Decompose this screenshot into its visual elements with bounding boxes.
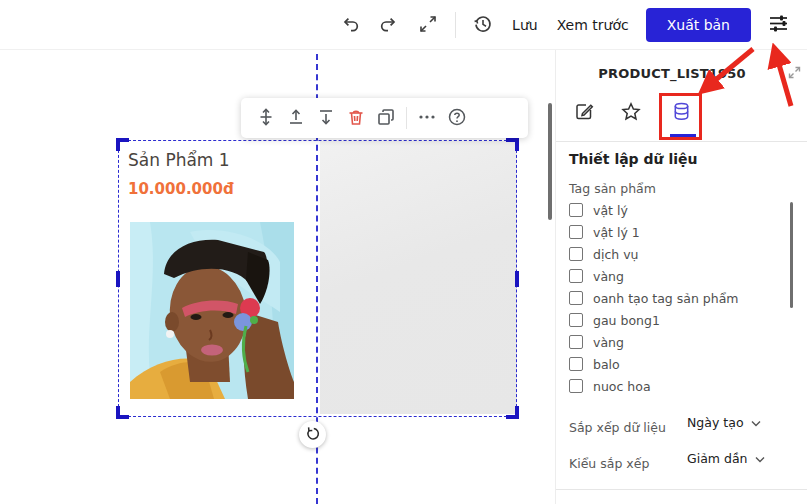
- tag-checkbox-item[interactable]: gau bong1: [569, 309, 784, 331]
- tag-label: nuoc hoa: [593, 379, 651, 394]
- chevron-down-icon: [751, 415, 761, 430]
- chevron-down-icon: [755, 451, 765, 466]
- more-options-button[interactable]: [412, 103, 442, 133]
- help-button[interactable]: [442, 103, 472, 133]
- star-icon: [620, 101, 642, 126]
- trash-icon: [346, 107, 366, 130]
- tag-list: vật lý vật lý 1 dịch vụ vàng oanh tạo ta…: [569, 199, 784, 397]
- history-button[interactable]: [471, 13, 495, 37]
- resize-handle-bottom-right[interactable]: [506, 406, 519, 419]
- element-toolbar: [241, 98, 528, 138]
- active-tab-indicator: [670, 134, 696, 137]
- settings-sidebar: PRODUCT_LIST1950: [555, 50, 807, 504]
- topbar-actions: Lưu Xem trước Xuất bản: [338, 0, 790, 50]
- checkbox[interactable]: [569, 357, 583, 371]
- preview-button[interactable]: Xem trước: [555, 13, 631, 37]
- history-icon: [473, 14, 493, 37]
- tag-checkbox-item[interactable]: vàng: [569, 331, 784, 353]
- resize-handle-mid-right[interactable]: [515, 271, 519, 287]
- tag-checkbox-item[interactable]: dịch vụ: [569, 243, 784, 265]
- checkbox[interactable]: [569, 269, 583, 283]
- tag-label: vật lý: [593, 203, 628, 218]
- distribute-vertical-button[interactable]: [251, 103, 281, 133]
- checkbox[interactable]: [569, 335, 583, 349]
- checkbox[interactable]: [569, 225, 583, 239]
- fullscreen-icon: [418, 14, 438, 37]
- tag-checkbox-item[interactable]: vật lý: [569, 199, 784, 221]
- rotate-handle[interactable]: [299, 421, 326, 448]
- sort-type-row: Kiểu sắp xếp Giảm dần: [569, 453, 795, 473]
- sort-data-value: Ngày tạo: [687, 415, 744, 430]
- topbar: Lưu Xem trước Xuất bản: [0, 0, 807, 50]
- section-heading: Thiết lập dữ liệu: [569, 151, 697, 167]
- save-button[interactable]: Lưu: [510, 13, 540, 37]
- toolbar-divider: [406, 107, 407, 129]
- help-icon: [447, 107, 467, 130]
- undo-button[interactable]: [338, 13, 362, 37]
- tag-label: vàng: [593, 335, 624, 350]
- delete-button[interactable]: [341, 103, 371, 133]
- edit-icon: [574, 101, 595, 125]
- resize-handle-top-right[interactable]: [506, 138, 519, 151]
- tune-icon: [768, 13, 789, 37]
- tag-label: gau bong1: [593, 313, 660, 328]
- rotate-icon: [305, 426, 320, 444]
- publish-button[interactable]: Xuất bản: [646, 8, 751, 42]
- tag-checkbox-item[interactable]: nuoc hoa: [569, 375, 784, 397]
- tag-checkbox-item[interactable]: oanh tạo tag sản phẩm: [569, 287, 784, 309]
- collapse-icon: [788, 66, 801, 82]
- tag-label: vật lý 1: [593, 225, 640, 240]
- sort-type-value: Giảm dần: [687, 451, 748, 466]
- duplicate-button[interactable]: [371, 103, 401, 133]
- topbar-divider: [455, 12, 456, 38]
- collapse-panel-button[interactable]: [786, 66, 802, 82]
- undo-icon: [339, 13, 361, 38]
- tag-label: dịch vụ: [593, 247, 639, 262]
- tag-checkbox-item[interactable]: vàng: [569, 265, 784, 287]
- checkbox[interactable]: [569, 247, 583, 261]
- move-down-button[interactable]: [311, 103, 341, 133]
- sort-data-row: Sắp xếp dữ liệu Ngày tạo: [569, 417, 795, 437]
- redo-button[interactable]: [377, 13, 401, 37]
- editor-canvas[interactable]: Sản Phẩm 1 10.000.000đ: [0, 50, 555, 504]
- resize-handle-top-left[interactable]: [116, 138, 129, 151]
- page-builder-app: Lưu Xem trước Xuất bản: [0, 0, 807, 504]
- sort-type-select[interactable]: Giảm dần: [687, 451, 765, 466]
- sort-data-label: Sắp xếp dữ liệu: [569, 420, 666, 435]
- component-name: PRODUCT_LIST1950: [556, 66, 788, 81]
- tab-data[interactable]: [668, 100, 694, 126]
- redo-icon: [378, 13, 400, 38]
- tags-label: Tag sản phẩm: [569, 181, 656, 196]
- resize-handle-mid-left[interactable]: [116, 271, 120, 287]
- settings-button[interactable]: [766, 13, 790, 37]
- fullscreen-button[interactable]: [416, 13, 440, 37]
- sidebar-divider: [556, 141, 807, 142]
- checkbox[interactable]: [569, 379, 583, 393]
- tab-edit[interactable]: [571, 100, 597, 126]
- selection-outline[interactable]: [118, 140, 517, 417]
- checkbox[interactable]: [569, 203, 583, 217]
- tag-label: balo: [593, 357, 620, 372]
- checkbox[interactable]: [569, 313, 583, 327]
- checkbox[interactable]: [569, 291, 583, 305]
- duplicate-icon: [376, 107, 396, 130]
- move-up-button[interactable]: [281, 103, 311, 133]
- resize-handle-bottom-left[interactable]: [116, 406, 129, 419]
- sort-type-label: Kiểu sắp xếp: [569, 456, 649, 471]
- more-icon: [417, 107, 437, 130]
- move-up-icon: [286, 107, 306, 130]
- sort-data-select[interactable]: Ngày tạo: [687, 415, 761, 430]
- tab-favorite[interactable]: [618, 100, 644, 126]
- distribute-vertical-icon: [256, 107, 276, 130]
- tag-list-scrollbar[interactable]: [790, 202, 793, 308]
- tag-checkbox-item[interactable]: balo: [569, 353, 784, 375]
- tag-checkbox-item[interactable]: vật lý 1: [569, 221, 784, 243]
- sidebar-bottom-divider: [556, 489, 807, 490]
- canvas-scrollbar[interactable]: [548, 103, 552, 220]
- move-down-icon: [316, 107, 336, 130]
- tag-label: oanh tạo tag sản phẩm: [593, 291, 739, 306]
- tag-label: vàng: [593, 269, 624, 284]
- database-icon: [671, 101, 692, 125]
